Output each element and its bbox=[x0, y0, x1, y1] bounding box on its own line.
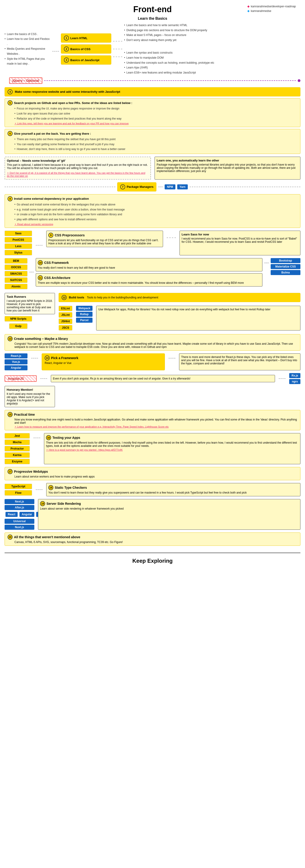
ngrx-tag: ngrx bbox=[289, 379, 300, 384]
ssr-react-group: Next.js After.js bbox=[5, 499, 34, 510]
step16-box: 16 Testing your Apps There are lots and … bbox=[44, 433, 300, 464]
basics-left-bullets: Learn the basics of CSS . Learn how to u… bbox=[5, 32, 50, 66]
dash-pkg-right bbox=[190, 187, 300, 187]
suitcss-tag: SUITCSS bbox=[5, 277, 28, 283]
build-tools-box: 12 Build tools Tools to help you in the … bbox=[59, 293, 300, 302]
bootstrap-tag: Bootstrap bbox=[271, 258, 300, 263]
task-runners-body: I would just pick NPM Scripts in 2018. H… bbox=[7, 299, 53, 312]
num-15: 15 bbox=[7, 412, 12, 417]
typescript-tag: TypeScript bbox=[5, 484, 32, 489]
bullet-mq: Media Queries and Responsive Websites . bbox=[5, 46, 50, 56]
step16-heading: Testing your Apps bbox=[53, 436, 80, 439]
num-12: 12 bbox=[62, 295, 67, 300]
protractor-tag: Protractor bbox=[5, 446, 30, 452]
learn-html-box: 1 Learn HTML bbox=[61, 33, 111, 42]
step4-box: 4 Make some responsive website and add s… bbox=[5, 87, 300, 96]
step18-heading: Static Type Checkers bbox=[55, 486, 87, 489]
css-fw-heading: CSS Framework bbox=[44, 261, 69, 265]
num-5: 5 bbox=[7, 100, 12, 105]
css-fw-arch-col: 10 CSS Framework You really don't need t… bbox=[36, 258, 263, 289]
angular-section: AngularJS Even if you don't pick angular… bbox=[5, 373, 300, 384]
css-preproc-heading: CSS Preprocessors bbox=[55, 234, 85, 237]
linters-bundlers: ESLint JSLint JSHint JSCS Webpack Rollup… bbox=[59, 306, 300, 331]
num-18: 18 bbox=[48, 485, 53, 490]
ssr-left-col: Next.js After.js React Angular Vue.js Un… bbox=[5, 499, 34, 530]
optional-git-row: Optional – Needs some knowledge of 'git'… bbox=[5, 157, 300, 180]
mocha-tag: Mocha bbox=[5, 439, 30, 445]
build-tools-section: Task Runners I would just pick NPM Scrip… bbox=[5, 293, 300, 331]
css-architecture-box: 11 CSS Architecture There are multiple w… bbox=[36, 273, 263, 286]
angular-note-box: Even if you don't pick angular, Rx.js is… bbox=[51, 375, 275, 382]
js-right-bullets: Learn the syntax and basic constructs Le… bbox=[124, 51, 300, 75]
learn-other-heading: Learn one, you automatically learn the o… bbox=[157, 159, 219, 162]
css-arch-tags: BEM OOCSS SMACSS SUITCSS Atomic bbox=[5, 258, 28, 289]
step16-tip[interactable]: ⚬ Here is a good summary to get you star… bbox=[46, 448, 298, 452]
rxjs-ngrx-tags: Rx.js ngrx bbox=[289, 373, 300, 384]
reactjs-tag: React.js bbox=[5, 353, 28, 359]
pkg-label: Package Managers bbox=[127, 185, 153, 188]
step19-box: 19 Server Side Rendering Learn about ser… bbox=[38, 499, 300, 530]
ssr-angular-group: React Angular Vue.js bbox=[5, 512, 34, 517]
num-14: 14 bbox=[44, 355, 50, 361]
framework-tags: React.js Vue.js Angular bbox=[5, 353, 28, 370]
step15-tip[interactable]: ⚬ Learn how to measure and improve the p… bbox=[14, 425, 298, 428]
twitter-link[interactable]: ◆ kamranahmedse bbox=[247, 9, 296, 12]
basics-js-box: 3 Basics of JavaScript bbox=[61, 55, 111, 65]
basics-numbered-items: 1 Learn HTML 2 Basics of CSS 3 Basics of… bbox=[61, 33, 111, 65]
step5-bullets: Focus on improving the UI, make any demo… bbox=[14, 106, 298, 121]
rollup-tag: Rollup bbox=[76, 312, 92, 317]
task-runners-heading: Task Runners bbox=[7, 295, 26, 299]
step19-heading: Server Side Rendering bbox=[47, 502, 81, 505]
ssr-section: Next.js After.js React Angular Vue.js Un… bbox=[5, 499, 300, 530]
step8-heading: Install some external dependency in your… bbox=[14, 197, 89, 200]
npm-scripts-tag: NPM Scripts bbox=[5, 316, 32, 321]
framework-section: React.js Vue.js Angular 14 Pick a Framew… bbox=[5, 353, 300, 370]
css-preproc-box-wrap: 9 CSS Preprocessors Preprocessors let yo… bbox=[46, 230, 163, 255]
step4-text: Make some responsive website and add som… bbox=[15, 90, 120, 93]
oocss-tag: OOCSS bbox=[5, 265, 28, 270]
bullet-css1: Learn the basics of CSS . bbox=[5, 32, 50, 37]
step20-body: Canvas, HTML-5 APIs, SVG, sourcemaps, fu… bbox=[14, 540, 298, 544]
learn-other-box: Learn one, you automatically learn the o… bbox=[155, 157, 300, 180]
num-19: 19 bbox=[40, 501, 45, 506]
basics-section: Learn the basics of CSS . Learn how to u… bbox=[5, 23, 300, 75]
yarn-tag: Yarn bbox=[177, 184, 188, 189]
static-type-tags: TypeScript Flow bbox=[5, 484, 32, 496]
nuxtjs-tag: Nuxt.js bbox=[5, 525, 34, 530]
rxjs-tag: Rx.js bbox=[289, 373, 300, 378]
jscs-tag: JSCS bbox=[59, 325, 72, 331]
npm-tag: NPM bbox=[165, 184, 175, 189]
learn-other-body: Package managers help you bring external… bbox=[157, 163, 298, 173]
jest-tag: Jest bbox=[5, 433, 30, 439]
header: ◆ kamranahmedse/developer-roadmap ◆ kamr… bbox=[5, 5, 300, 14]
step8-tip[interactable]: ⚬ Read about semantic versioning bbox=[14, 223, 298, 226]
step5-tip[interactable]: ⚬ Link this repo, tell them you are lear… bbox=[14, 122, 298, 125]
num-11: 11 bbox=[38, 275, 43, 280]
right-dashes bbox=[113, 41, 122, 57]
optional-git-box: Optional – Needs some knowledge of 'git'… bbox=[5, 157, 151, 180]
ssr-react-tag: React bbox=[5, 512, 18, 517]
ssr-vue-group: Universal Nuxt.js bbox=[5, 519, 34, 530]
social-links: ◆ kamranahmedse/developer-roadmap ◆ kamr… bbox=[247, 5, 296, 12]
num-6: 6 bbox=[7, 131, 12, 136]
step20-box: 20 All the things that weren't mentioned… bbox=[5, 532, 300, 546]
preproc-dashes bbox=[36, 230, 42, 255]
step15-heading: Practical time bbox=[14, 413, 35, 416]
github-link[interactable]: ◆ kamranahmedse/developer-roadmap bbox=[247, 5, 296, 8]
css-arch-heading: CSS Architecture bbox=[44, 276, 70, 280]
build-tools-center: 12 Build tools Tools to help you in the … bbox=[59, 293, 300, 331]
dash-pkg-mid bbox=[158, 187, 163, 187]
optional-git-heading: Optional – Needs some knowledge of 'git' bbox=[7, 159, 65, 162]
css-preproc-box: 9 CSS Preprocessors Preprocessors let yo… bbox=[46, 230, 163, 247]
honorary-body: It isn't used any more except for the ol… bbox=[7, 392, 53, 405]
ng-dash bbox=[40, 378, 47, 379]
html-right-bullets: Learn the basics and how to write semant… bbox=[124, 23, 300, 42]
step18-body: You don't need to learn these but they r… bbox=[48, 491, 298, 494]
step17-heading: Progressive WebApps bbox=[14, 470, 48, 473]
learn-sass-box: Learn Sass for now I would recommend you… bbox=[180, 230, 300, 255]
dash-r3 bbox=[113, 57, 122, 57]
flow-tag: Flow bbox=[5, 490, 32, 496]
fw-right-tags: Bootstrap Materialize CSS Bulma bbox=[271, 258, 300, 289]
css-arch-body: There are multiple ways to structure you… bbox=[38, 281, 261, 284]
github-text: kamranahmedse/developer-roadmap bbox=[251, 5, 296, 8]
